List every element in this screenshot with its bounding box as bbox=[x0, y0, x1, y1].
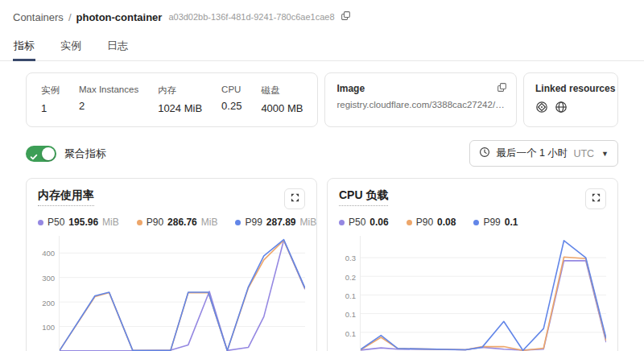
legend-dot bbox=[137, 220, 142, 225]
expand-chart-button[interactable] bbox=[284, 188, 305, 209]
stat-value: 1 bbox=[41, 102, 60, 114]
stat-value: 1024 MiB bbox=[158, 102, 202, 114]
breadcrumb: Containers / photon-container a03d02bb-1… bbox=[0, 0, 644, 24]
charts-row: 内存使用率 P50195.96MiBP90286.76MiBP99287.89M… bbox=[26, 178, 618, 351]
plot-area[interactable] bbox=[59, 236, 305, 351]
legend-dot bbox=[407, 220, 412, 225]
time-range-timezone: UTC bbox=[573, 148, 594, 159]
stat-label: CPU bbox=[221, 85, 242, 94]
tab-2[interactable]: 日志 bbox=[106, 33, 129, 60]
stat-column: 磁盘4000 MB bbox=[261, 85, 303, 115]
y-tick-label: 100 bbox=[42, 323, 55, 332]
stat-value: 0.25 bbox=[221, 100, 242, 112]
y-tick-label: 300 bbox=[42, 274, 55, 283]
time-range-value: 最后一个 1 小时 bbox=[496, 147, 568, 160]
chart-legend: P50195.96MiBP90286.76MiBP99287.89MiB bbox=[38, 217, 305, 228]
legend-dot bbox=[473, 220, 479, 225]
stat-label: 实例 bbox=[41, 85, 60, 97]
copy-icon bbox=[341, 10, 351, 23]
plot-area[interactable] bbox=[360, 236, 606, 351]
y-axis: 100200300400 bbox=[38, 236, 59, 351]
y-tick-label: 0.3 bbox=[345, 254, 356, 262]
y-axis: 0.10.10.10.20.3 bbox=[339, 236, 360, 351]
overview-cards: 实例1Max Instances2内存1024 MiBCPU0.25磁盘4000… bbox=[26, 72, 618, 127]
copy-icon bbox=[497, 82, 507, 95]
tab-0[interactable]: 指标 bbox=[13, 33, 35, 60]
legend-dot bbox=[235, 220, 241, 225]
y-tick-label: 0.1 bbox=[345, 291, 356, 299]
legend-dot bbox=[339, 220, 345, 225]
chart-title: CPU 负载 bbox=[339, 188, 388, 206]
y-tick-label: 400 bbox=[42, 249, 55, 258]
y-tick-label: 200 bbox=[42, 298, 55, 307]
y-tick-label: 0.1 bbox=[345, 328, 356, 337]
memory-usage-chart-card: 内存使用率 P50195.96MiBP90286.76MiBP99287.89M… bbox=[26, 178, 317, 351]
legend-item-p99[interactable]: P990.1 bbox=[473, 217, 518, 228]
copy-image-button[interactable] bbox=[496, 81, 508, 96]
time-range-dropdown[interactable]: 最后一个 1 小时 UTC ▼ bbox=[469, 140, 618, 167]
globe-icon[interactable] bbox=[555, 101, 568, 117]
series-line-p90 bbox=[361, 257, 606, 350]
tab-bar: 指标实例日志 bbox=[0, 33, 644, 61]
y-tick-label: 0.2 bbox=[345, 272, 356, 281]
chevron-down-icon: ▼ bbox=[601, 150, 609, 158]
container-id: a03d02bb-136f-481d-9241-780c6ae1cae8 bbox=[168, 12, 334, 22]
worker-icon[interactable] bbox=[535, 101, 548, 117]
legend-item-p90[interactable]: P90286.76MiB bbox=[137, 217, 218, 228]
breadcrumb-containers-link[interactable]: Containers bbox=[13, 11, 64, 23]
expand-icon bbox=[290, 192, 300, 205]
aggregate-metrics-label: 聚合指标 bbox=[64, 147, 106, 161]
linked-resources-label: Linked resources bbox=[535, 83, 606, 94]
stat-value: 4000 MB bbox=[261, 102, 303, 114]
stat-value: 2 bbox=[79, 100, 138, 112]
stat-column: 内存1024 MiB bbox=[158, 85, 202, 115]
stat-label: 磁盘 bbox=[261, 85, 303, 97]
breadcrumb-separator: / bbox=[68, 11, 72, 23]
image-url: registry.cloudflare.com/3388cac27242/1/9… bbox=[336, 100, 505, 109]
stat-column: Max Instances2 bbox=[79, 85, 138, 115]
cpu-load-chart-card: CPU 负载 P500.06P900.08P990.1 0.10.10.10.2… bbox=[327, 178, 618, 351]
check-icon bbox=[30, 150, 38, 164]
stat-label: 内存 bbox=[158, 85, 202, 97]
legend-item-p90[interactable]: P900.08 bbox=[407, 217, 456, 228]
controls-row: 聚合指标 最后一个 1 小时 UTC ▼ bbox=[26, 140, 618, 167]
legend-dot bbox=[38, 220, 43, 225]
image-label: Image bbox=[336, 83, 505, 94]
aggregate-metrics-toggle[interactable] bbox=[26, 146, 56, 162]
stat-column: 实例1 bbox=[41, 85, 60, 115]
container-name: photon-container bbox=[76, 11, 163, 23]
linked-resources-card: Linked resources bbox=[523, 72, 618, 127]
expand-chart-button[interactable] bbox=[585, 188, 606, 209]
chart-title: 内存使用率 bbox=[38, 188, 94, 206]
chart-legend: P500.06P900.08P990.1 bbox=[339, 217, 606, 228]
legend-item-p50[interactable]: P500.06 bbox=[339, 217, 389, 228]
tab-1[interactable]: 实例 bbox=[60, 33, 82, 60]
clock-icon bbox=[479, 147, 490, 160]
stat-label: Max Instances bbox=[79, 85, 138, 94]
series-line-p50 bbox=[361, 261, 606, 350]
copy-id-button[interactable] bbox=[340, 10, 352, 24]
legend-item-p50[interactable]: P50195.96MiB bbox=[38, 217, 119, 228]
legend-item-p99[interactable]: P99287.89MiB bbox=[235, 217, 316, 228]
stat-column: CPU0.25 bbox=[221, 85, 242, 115]
image-card: Image registry.cloudflare.com/3388cac272… bbox=[324, 72, 517, 127]
toggle-knob bbox=[42, 147, 55, 160]
y-tick-label: 0.1 bbox=[345, 310, 356, 319]
expand-icon bbox=[591, 192, 601, 205]
resource-stats-card: 实例1Max Instances2内存1024 MiBCPU0.25磁盘4000… bbox=[26, 72, 318, 127]
